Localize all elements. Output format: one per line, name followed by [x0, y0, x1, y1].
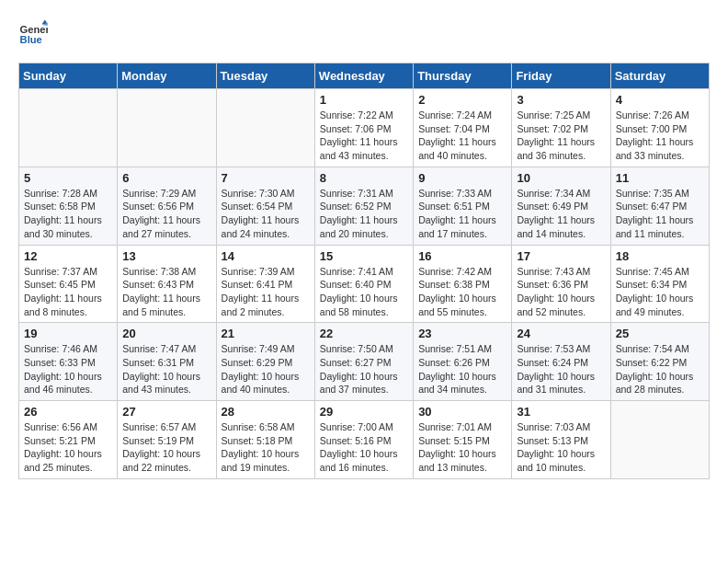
- day-number: 29: [320, 405, 408, 419]
- day-info: Sunrise: 7:53 AMSunset: 6:24 PMDaylight:…: [517, 342, 605, 396]
- day-info: Sunrise: 7:54 AMSunset: 6:22 PMDaylight:…: [616, 342, 704, 396]
- week-row-1: 1Sunrise: 7:22 AMSunset: 7:06 PMDaylight…: [19, 89, 710, 167]
- page-header: General Blue: [18, 18, 710, 48]
- day-number: 13: [122, 249, 210, 263]
- day-number: 3: [517, 93, 605, 107]
- calendar-cell: 10Sunrise: 7:34 AMSunset: 6:49 PMDayligh…: [512, 167, 610, 245]
- calendar-cell: [610, 401, 709, 479]
- day-info: Sunrise: 7:43 AMSunset: 6:36 PMDaylight:…: [517, 265, 605, 319]
- day-info: Sunrise: 6:58 AMSunset: 5:18 PMDaylight:…: [222, 420, 310, 475]
- day-info: Sunrise: 6:57 AMSunset: 5:19 PMDaylight:…: [122, 420, 210, 475]
- day-info: Sunrise: 7:33 AMSunset: 6:51 PMDaylight:…: [418, 187, 506, 241]
- day-number: 20: [122, 327, 210, 340]
- day-number: 8: [320, 171, 408, 185]
- day-number: 24: [517, 327, 605, 340]
- calendar-cell: 22Sunrise: 7:50 AMSunset: 6:27 PMDayligh…: [314, 323, 413, 401]
- calendar-cell: [118, 89, 216, 167]
- day-info: Sunrise: 7:51 AMSunset: 6:26 PMDaylight:…: [418, 342, 506, 396]
- day-number: 15: [320, 249, 408, 263]
- day-number: 1: [320, 93, 408, 107]
- calendar-cell: 8Sunrise: 7:31 AMSunset: 6:52 PMDaylight…: [314, 167, 413, 245]
- day-number: 26: [24, 405, 112, 419]
- week-row-5: 26Sunrise: 6:56 AMSunset: 5:21 PMDayligh…: [19, 401, 710, 479]
- calendar-cell: 4Sunrise: 7:26 AMSunset: 7:00 PMDaylight…: [610, 89, 709, 167]
- week-row-2: 5Sunrise: 7:28 AMSunset: 6:58 PMDaylight…: [19, 167, 710, 245]
- calendar-cell: 18Sunrise: 7:45 AMSunset: 6:34 PMDayligh…: [610, 245, 709, 323]
- day-number: 10: [517, 171, 605, 185]
- day-info: Sunrise: 7:01 AMSunset: 5:15 PMDaylight:…: [418, 420, 506, 475]
- week-row-3: 12Sunrise: 7:37 AMSunset: 6:45 PMDayligh…: [19, 245, 710, 323]
- day-number: 28: [222, 405, 310, 419]
- day-number: 31: [517, 405, 605, 419]
- calendar-cell: [19, 89, 118, 167]
- day-info: Sunrise: 7:26 AMSunset: 7:00 PMDaylight:…: [616, 109, 704, 163]
- calendar-cell: 1Sunrise: 7:22 AMSunset: 7:06 PMDaylight…: [314, 89, 413, 167]
- calendar-cell: [216, 89, 314, 167]
- day-info: Sunrise: 7:38 AMSunset: 6:43 PMDaylight:…: [122, 265, 210, 319]
- calendar-cell: 29Sunrise: 7:00 AMSunset: 5:16 PMDayligh…: [314, 401, 413, 479]
- day-number: 2: [418, 93, 506, 107]
- header-friday: Friday: [512, 63, 610, 89]
- day-info: Sunrise: 7:22 AMSunset: 7:06 PMDaylight:…: [320, 109, 408, 163]
- day-number: 27: [122, 405, 210, 419]
- day-info: Sunrise: 7:24 AMSunset: 7:04 PMDaylight:…: [418, 109, 506, 163]
- day-info: Sunrise: 7:25 AMSunset: 7:02 PMDaylight:…: [517, 109, 605, 163]
- day-info: Sunrise: 7:29 AMSunset: 6:56 PMDaylight:…: [122, 187, 210, 241]
- day-number: 16: [418, 249, 506, 263]
- calendar-cell: 25Sunrise: 7:54 AMSunset: 6:22 PMDayligh…: [610, 323, 709, 401]
- calendar-cell: 27Sunrise: 6:57 AMSunset: 5:19 PMDayligh…: [118, 401, 216, 479]
- day-number: 30: [418, 405, 506, 419]
- calendar-cell: 7Sunrise: 7:30 AMSunset: 6:54 PMDaylight…: [216, 167, 314, 245]
- day-info: Sunrise: 7:41 AMSunset: 6:40 PMDaylight:…: [320, 265, 408, 319]
- calendar-cell: 30Sunrise: 7:01 AMSunset: 5:15 PMDayligh…: [414, 401, 512, 479]
- day-info: Sunrise: 7:37 AMSunset: 6:45 PMDaylight:…: [24, 265, 112, 319]
- header-wednesday: Wednesday: [314, 63, 413, 89]
- day-info: Sunrise: 7:45 AMSunset: 6:34 PMDaylight:…: [616, 265, 704, 319]
- calendar-cell: 26Sunrise: 6:56 AMSunset: 5:21 PMDayligh…: [19, 401, 118, 479]
- day-info: Sunrise: 7:42 AMSunset: 6:38 PMDaylight:…: [418, 265, 506, 319]
- day-info: Sunrise: 7:00 AMSunset: 5:16 PMDaylight:…: [320, 420, 408, 475]
- calendar-cell: 6Sunrise: 7:29 AMSunset: 6:56 PMDaylight…: [118, 167, 216, 245]
- calendar-cell: 3Sunrise: 7:25 AMSunset: 7:02 PMDaylight…: [512, 89, 610, 167]
- day-info: Sunrise: 7:03 AMSunset: 5:13 PMDaylight:…: [517, 420, 605, 475]
- day-number: 6: [122, 171, 210, 185]
- calendar-cell: 24Sunrise: 7:53 AMSunset: 6:24 PMDayligh…: [512, 323, 610, 401]
- header-tuesday: Tuesday: [216, 63, 314, 89]
- day-info: Sunrise: 7:39 AMSunset: 6:41 PMDaylight:…: [222, 265, 310, 319]
- calendar-cell: 20Sunrise: 7:47 AMSunset: 6:31 PMDayligh…: [118, 323, 216, 401]
- calendar-cell: 16Sunrise: 7:42 AMSunset: 6:38 PMDayligh…: [414, 245, 512, 323]
- day-info: Sunrise: 7:50 AMSunset: 6:27 PMDaylight:…: [320, 342, 408, 396]
- header-sunday: Sunday: [19, 63, 118, 89]
- day-number: 9: [418, 171, 506, 185]
- calendar-cell: 12Sunrise: 7:37 AMSunset: 6:45 PMDayligh…: [19, 245, 118, 323]
- day-info: Sunrise: 6:56 AMSunset: 5:21 PMDaylight:…: [24, 420, 112, 475]
- calendar-cell: 15Sunrise: 7:41 AMSunset: 6:40 PMDayligh…: [314, 245, 413, 323]
- day-number: 7: [222, 171, 310, 185]
- day-number: 12: [24, 249, 112, 263]
- calendar-cell: 14Sunrise: 7:39 AMSunset: 6:41 PMDayligh…: [216, 245, 314, 323]
- calendar-cell: 23Sunrise: 7:51 AMSunset: 6:26 PMDayligh…: [414, 323, 512, 401]
- day-number: 19: [24, 327, 112, 340]
- calendar-cell: 17Sunrise: 7:43 AMSunset: 6:36 PMDayligh…: [512, 245, 610, 323]
- header-saturday: Saturday: [610, 63, 709, 89]
- calendar-cell: 11Sunrise: 7:35 AMSunset: 6:47 PMDayligh…: [610, 167, 709, 245]
- day-number: 23: [418, 327, 506, 340]
- calendar-cell: 21Sunrise: 7:49 AMSunset: 6:29 PMDayligh…: [216, 323, 314, 401]
- day-info: Sunrise: 7:46 AMSunset: 6:33 PMDaylight:…: [24, 342, 112, 396]
- calendar-cell: 9Sunrise: 7:33 AMSunset: 6:51 PMDaylight…: [414, 167, 512, 245]
- day-info: Sunrise: 7:49 AMSunset: 6:29 PMDaylight:…: [222, 342, 310, 396]
- logo: General Blue: [18, 18, 51, 48]
- svg-text:Blue: Blue: [20, 34, 42, 45]
- day-info: Sunrise: 7:28 AMSunset: 6:58 PMDaylight:…: [24, 187, 112, 241]
- calendar-header-row: SundayMondayTuesdayWednesdayThursdayFrid…: [19, 63, 710, 89]
- calendar-cell: 28Sunrise: 6:58 AMSunset: 5:18 PMDayligh…: [216, 401, 314, 479]
- day-info: Sunrise: 7:47 AMSunset: 6:31 PMDaylight:…: [122, 342, 210, 396]
- day-number: 4: [616, 93, 704, 107]
- calendar-cell: 5Sunrise: 7:28 AMSunset: 6:58 PMDaylight…: [19, 167, 118, 245]
- calendar-table: SundayMondayTuesdayWednesdayThursdayFrid…: [18, 63, 710, 479]
- day-info: Sunrise: 7:31 AMSunset: 6:52 PMDaylight:…: [320, 187, 408, 241]
- day-number: 18: [616, 249, 704, 263]
- day-number: 25: [616, 327, 704, 340]
- day-number: 14: [222, 249, 310, 263]
- header-monday: Monday: [118, 63, 216, 89]
